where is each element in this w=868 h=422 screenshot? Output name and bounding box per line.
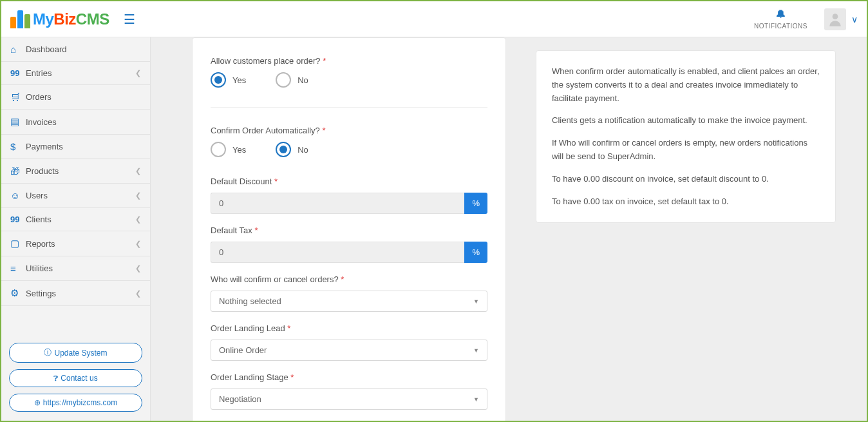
sidebar-footer: ⓘ Update System ❓︎ Contact us ⊕ https://… [1, 334, 150, 421]
logo-my: My [33, 10, 53, 28]
sidebar-item-dashboard[interactable]: ⌂ Dashboard [1, 37, 150, 62]
chevron-left-icon: ❮ [135, 167, 141, 175]
globe-icon: ⊕ [34, 398, 41, 407]
default-tax-label: Default Tax * [211, 225, 487, 235]
list-icon: ≡ [10, 263, 26, 274]
default-tax-input[interactable] [211, 242, 464, 263]
confirm-auto-label: Confirm Order Automatically? * [211, 126, 487, 135]
sidebar-item-label: Entries [26, 68, 135, 78]
update-system-label: Update System [54, 349, 107, 358]
radio-label: No [297, 145, 308, 155]
bell-icon: 🔔︎ [775, 8, 787, 21]
user-menu[interactable]: ∨ [824, 8, 858, 30]
radio-label: No [297, 75, 308, 85]
site-url-label: https://mybizcms.com [43, 398, 117, 407]
info-paragraph: When confirm order automatically is enab… [552, 65, 820, 105]
confirm-no-radio[interactable]: No [276, 142, 308, 157]
confirm-auto-radio-group: Yes No [211, 142, 487, 157]
hamburger-icon[interactable]: ☰ [124, 12, 135, 27]
gear-icon: ⚙︎ [10, 287, 26, 299]
notifications-label: NOTIFICATIONS [754, 23, 807, 30]
select-value: Online Order [219, 345, 267, 355]
sidebar-item-clients[interactable]: 99 Clients ❮ [1, 208, 150, 231]
lead-select[interactable]: Online Order ▼ [211, 340, 487, 361]
stage-select[interactable]: Negotiation ▼ [211, 388, 487, 410]
update-system-button[interactable]: ⓘ Update System [9, 343, 142, 363]
info-paragraph: To have 0.00 discount on invoice, set de… [552, 173, 820, 186]
radio-label: Yes [232, 145, 246, 155]
chevron-down-icon: ∨ [851, 14, 858, 24]
allow-customers-radio-group: Yes No [211, 72, 487, 88]
lead-label: Order Landing Lead * [211, 323, 487, 333]
info-paragraph: To have 0.00 tax on invoice, set default… [552, 195, 820, 209]
select-value: Negotiation [219, 394, 261, 404]
allow-customers-label: Allow customers place order? * [211, 56, 487, 66]
logo-bars-icon [10, 10, 30, 28]
sidebar-item-products[interactable]: 🎁︎ Products ❮ [1, 159, 150, 184]
default-discount-label: Default Discount * [211, 177, 487, 186]
contact-us-label: Contact us [61, 374, 97, 383]
person-icon: ☺︎ [10, 190, 26, 201]
sidebar-item-users[interactable]: ☺︎ Users ❮ [1, 184, 150, 208]
sidebar-item-label: Orders [26, 92, 141, 102]
select-value: Nothing selected [219, 296, 281, 306]
main-content: Allow customers place order? * Yes No [151, 37, 867, 421]
site-url-button[interactable]: ⊕ https://mybizcms.com [9, 394, 142, 412]
chevron-left-icon: ❮ [135, 191, 141, 200]
sidebar-item-utilities[interactable]: ≡ Utilities ❮ [1, 256, 150, 281]
chevron-left-icon: ❮ [135, 289, 141, 298]
cart-icon: 🛒︎ [10, 91, 26, 102]
info-paragraph: Clients gets a notification automaticall… [552, 114, 820, 128]
sidebar-item-label: Dashboard [26, 44, 141, 54]
sidebar-item-label: Invoices [26, 117, 141, 127]
sidebar-item-reports[interactable]: ▢ Reports ❮ [1, 231, 150, 256]
percent-addon: % [464, 242, 487, 263]
sidebar-item-settings[interactable]: ⚙︎ Settings ❮ [1, 281, 150, 306]
sidebar-item-label: Utilities [26, 264, 135, 273]
confirm-yes-radio[interactable]: Yes [211, 142, 246, 157]
info-icon: ⓘ [44, 347, 52, 358]
chevron-left-icon: ❮ [135, 215, 141, 224]
sidebar-item-orders[interactable]: 🛒︎ Orders [1, 85, 150, 110]
caret-down-icon: ▼ [473, 298, 479, 305]
allow-no-radio[interactable]: No [276, 72, 308, 88]
gift-icon: 🎁︎ [10, 166, 26, 177]
default-discount-input[interactable] [211, 193, 464, 214]
sidebar-item-invoices[interactable]: ▤ Invoices [1, 110, 150, 135]
entries-icon: 99 [10, 68, 26, 78]
logo-cms: CMS [76, 10, 109, 28]
sidebar-nav: ⌂ Dashboard 99 Entries ❮ 🛒︎ Orders ▤ Inv… [1, 37, 150, 334]
sidebar-item-label: Users [26, 191, 135, 200]
question-icon: ❓︎ [53, 374, 58, 383]
notifications-button[interactable]: 🔔︎ NOTIFICATIONS [754, 8, 807, 30]
caret-down-icon: ▼ [473, 396, 479, 403]
sidebar-item-label: Products [26, 166, 135, 176]
sidebar-item-label: Reports [26, 239, 135, 249]
logo[interactable]: MyBizCMS [10, 10, 109, 28]
chevron-left-icon: ❮ [135, 240, 141, 248]
logo-biz: Biz [53, 10, 76, 28]
chevron-left-icon: ❮ [135, 69, 141, 77]
who-confirm-label: Who will confirm or cancel orders? * [211, 274, 487, 284]
sidebar-item-label: Clients [26, 215, 135, 224]
who-confirm-select[interactable]: Nothing selected ▼ [211, 291, 487, 312]
invoice-icon: ▤ [10, 116, 26, 128]
topbar: MyBizCMS ☰ 🔔︎ NOTIFICATIONS ∨ [1, 1, 867, 37]
sidebar-item-payments[interactable]: $ Payments [1, 135, 150, 159]
allow-yes-radio[interactable]: Yes [211, 72, 246, 88]
percent-addon: % [464, 193, 487, 214]
user-icon [827, 11, 844, 28]
sidebar-item-entries[interactable]: 99 Entries ❮ [1, 62, 150, 85]
book-icon: ▢ [10, 238, 26, 249]
dollar-icon: $ [10, 141, 26, 152]
home-icon: ⌂ [10, 44, 26, 55]
stage-label: Order Landing Stage * [211, 372, 487, 382]
svg-point-0 [833, 14, 838, 19]
caret-down-icon: ▼ [473, 347, 479, 354]
sidebar-item-label: Payments [26, 142, 141, 151]
sidebar-item-label: Settings [26, 289, 135, 298]
order-settings-panel: Allow customers place order? * Yes No [192, 37, 506, 421]
info-paragraph: If Who will confirm or cancel orders is … [552, 137, 820, 164]
contact-us-button[interactable]: ❓︎ Contact us [9, 369, 142, 387]
sidebar: ⌂ Dashboard 99 Entries ❮ 🛒︎ Orders ▤ Inv… [1, 37, 151, 421]
